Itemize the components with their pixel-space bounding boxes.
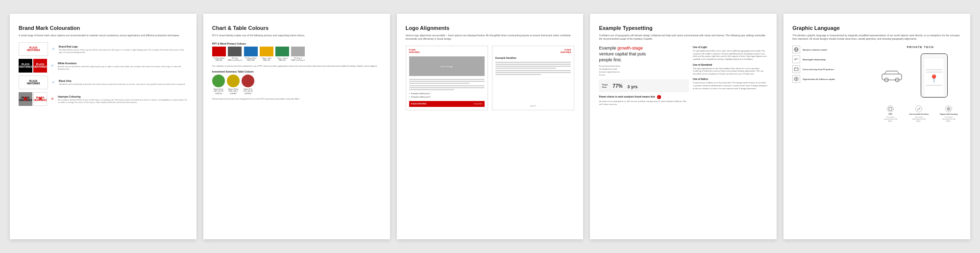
checkmark-black: ✓ [52, 80, 55, 84]
globe-icon [794, 47, 799, 52]
target-text: TargetCase [602, 83, 608, 88]
bottom-icon-concentrated: Concentrated Investing The investor unde… [909, 105, 929, 122]
handshake-icon [794, 57, 799, 62]
graphic-icon-1 [792, 46, 800, 53]
brand-label-improper: Improper Colouring Do not place the Bran… [58, 95, 188, 103]
brand-row-improper: PLAZAVENTURES ✕ PLAZAVENTURES ✕ ✕ Improp… [19, 92, 188, 106]
footer-bar-left: PLAZA VENTURES Footer Bold > [409, 101, 485, 107]
item1-label: Dynamic, timeless visuals [803, 49, 827, 51]
item2-label: Meaningful relationships [803, 58, 826, 61]
type-left-col: Example growth-stage venture capital tha… [599, 46, 689, 107]
color-red: PV Brand RedPMS 485 [212, 47, 226, 61]
logo-white-black: PLAZAVENTURES PLAZAVENTURES [19, 59, 47, 73]
checkmark-red: ✓ [52, 47, 55, 51]
preview-img: Photo / Image [409, 56, 485, 76]
text-line [409, 87, 485, 88]
graphic-icon-2 [792, 55, 800, 63]
color-grey-label: PV GreyPMS Cool Grey 11 [228, 57, 242, 61]
svg-rect-13 [889, 107, 892, 110]
phone-line [926, 85, 942, 86]
xmark-improper: ✕ [51, 97, 54, 101]
phone-line [926, 69, 942, 70]
esg-desc: The investor understands the fully digit… [883, 116, 898, 122]
section-desc-1: all actions are meaningful to us. We rem… [599, 100, 689, 105]
color-grey2: PV Grey 2PMS Cool Grey 6 [291, 47, 305, 61]
text-line [409, 85, 485, 86]
graphic-item-4-text: Opportunities for follow-on capital [803, 78, 834, 80]
secondary-colours-label: Investment Summary Table Colours [212, 70, 381, 73]
brand-label-black: Black Only Should be used exclusively on… [59, 79, 188, 85]
item4-label: Opportunities for follow-on capital [803, 78, 834, 80]
opportunity-icon-bottom [947, 107, 951, 111]
logo-text-w2: PLAZAVENTURES [33, 63, 47, 69]
page5-subtitle: The identity's graphic language is chara… [792, 34, 961, 41]
text-line [409, 79, 485, 80]
swatch-gold [260, 47, 273, 56]
esg-circle [887, 105, 894, 112]
color-grey: PV GreyPMS Cool Grey 11 [228, 47, 242, 61]
concentrated-label: Concentrated Investing [909, 113, 929, 115]
label-improper-title: Improper Colouring [58, 95, 188, 98]
color-gold-label: Chart - GoldPMS 130 [262, 57, 271, 61]
swatch-blue [244, 47, 258, 56]
heading-line2: venture capital that puts [599, 51, 646, 56]
bottom-icon-opportunity: Opportunity Investing The investor under… [940, 105, 957, 122]
circle-red [242, 75, 254, 87]
target-value: 77% [612, 83, 622, 89]
text-line [409, 81, 485, 82]
cross-overlay: ✕ [19, 92, 32, 106]
logo-header-right: PLAZAVENTURES [495, 49, 571, 53]
brand-row-red: PLAZAVENTURES ✓ Brand Red Logo The Brand… [19, 42, 188, 56]
improper-logo1: PLAZAVENTURES ✕ [19, 92, 32, 106]
text-line [495, 68, 556, 69]
circle-green [212, 75, 225, 87]
heading-line3: people first. [599, 57, 622, 62]
color-green: Chart - GreenPMS 356 [275, 47, 289, 61]
logo-red-white: PLAZAVENTURES [19, 42, 48, 56]
color-blue: PV Brand BluePMS 2935 [244, 47, 258, 61]
text-line [495, 72, 571, 73]
secondary-small-text: These brand colours have been designed f… [212, 98, 381, 101]
pages-container: Brand Mark Colouration A small range of … [10, 10, 970, 243]
color-green-label: Chart - GreenPMS 356 [277, 57, 287, 61]
layout-left: PLAZAVENTURES Photo / Image • Example bu… [406, 46, 488, 110]
bullet1: • Example bullet point 1 [409, 92, 485, 95]
svg-rect-4 [794, 68, 798, 71]
primary-colors-row: PV Brand RedPMS 485 PV GreyPMS Cool Grey… [212, 47, 381, 61]
color-grey2-label: PV Grey 2PMS Cool Grey 6 [291, 57, 304, 61]
swatch-green [275, 47, 289, 56]
improper-logo2: PLAZAVENTURES ✕ [33, 92, 47, 106]
graphic-item-1: Dynamic, timeless visuals [792, 46, 874, 53]
page4-subtitle: Confident use of typography will elevate… [599, 34, 768, 41]
secondary-colors-row: Status Green#48, 158, 58#4a9e3a Status Y… [212, 75, 381, 95]
pin-icon: 📍 [929, 74, 939, 83]
color-status-yellow: Status Yellow#200, 168, 0#c8a800 [227, 75, 240, 95]
footer-page: Footer Bold > [474, 103, 483, 105]
label-white-desc: A white version should be used when plac… [58, 65, 188, 70]
esg-label: ESG [889, 113, 892, 115]
label-white-title: White Knockout [58, 62, 188, 65]
bullet2: • Example bullet point 2 [409, 96, 485, 98]
logo-text-w1: PLAZAVENTURES [19, 63, 32, 69]
years-value: 3 yrs [627, 84, 637, 89]
svg-rect-10 [882, 74, 902, 80]
graphic-item-2: Meaningful relationships [792, 55, 874, 63]
text-lines-right [495, 62, 571, 76]
graphic-icon-4 [792, 75, 800, 83]
graphic-items-list: Dynamic, timeless visuals Meaningful rel… [792, 46, 874, 122]
page-typesetting: Example Typesetting Confident use of typ… [590, 14, 777, 239]
car-illustration [880, 68, 904, 83]
layout-right: PLAZAVENTURES Example Headline page 2 [492, 46, 574, 110]
text-line [495, 66, 571, 67]
concentrated-desc: The investor understands the fully digit… [911, 116, 926, 122]
opportunity-circle [945, 105, 952, 112]
logo-pv-left: PLAZAVENTURES [409, 49, 420, 53]
page4-title: Example Typesetting [599, 25, 768, 31]
color-red-label: PV Brand RedPMS 485 [214, 57, 224, 61]
bottom-icons: ESG The investor understands the fully d… [880, 105, 961, 122]
color-status-green-label: Status Green#48, 158, 58#4a9e3a [213, 88, 223, 95]
example-heading: Example Headline [495, 56, 571, 59]
text-line [495, 62, 571, 63]
label-red-title: Brand Red Logo [59, 45, 188, 48]
use-of-italics-desc: In general use of italics is not recomme… [693, 81, 768, 90]
